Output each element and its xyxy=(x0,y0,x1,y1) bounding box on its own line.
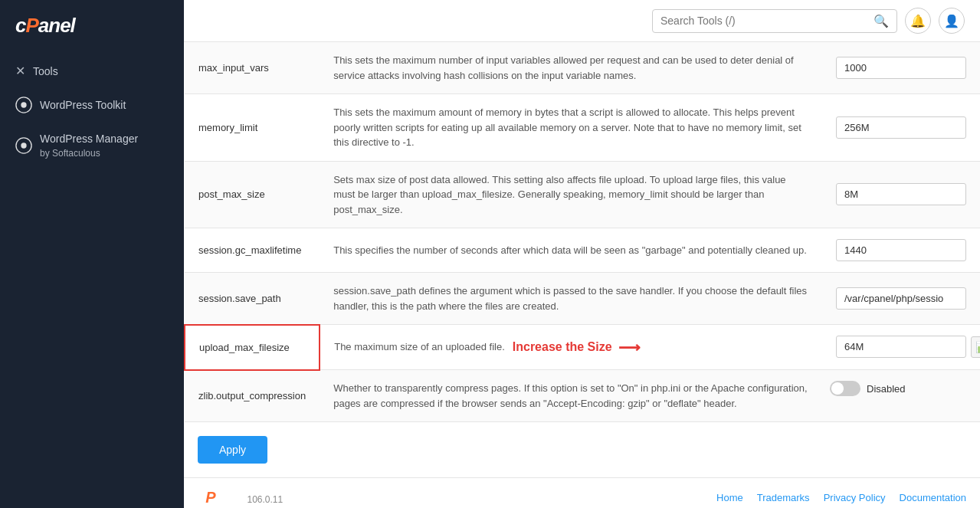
setting-desc-6: Whether to transparently compress pages.… xyxy=(320,370,822,422)
setting-desc-0: This sets the maximum number of input va… xyxy=(320,42,822,94)
setting-name-5: upload_max_filesize xyxy=(185,325,320,370)
input-4[interactable] xyxy=(836,287,966,310)
setting-desc-text-5: The maximum size of an uploaded file. xyxy=(334,339,505,355)
setting-name-0: max_input_vars xyxy=(185,42,320,94)
sidebar-item-tools-label: Tools xyxy=(33,65,58,77)
setting-value-6: Disabled xyxy=(822,370,972,407)
setting-value-3[interactable] xyxy=(822,228,980,273)
setting-name-4: session.save_path xyxy=(185,273,320,325)
footer-link-privacy-policy[interactable]: Privacy Policy xyxy=(824,492,886,503)
settings-content: max_input_varsThis sets the maximum numb… xyxy=(184,42,980,508)
wordpress-icon xyxy=(15,97,32,113)
setting-name-2: post_max_size xyxy=(185,161,320,228)
svg-point-3 xyxy=(21,143,26,149)
footer-version: 106.0.11 xyxy=(247,494,284,505)
sidebar-item-wordpress-toolkit[interactable]: WordPress Toolkit xyxy=(0,87,184,123)
input-5[interactable] xyxy=(836,336,966,358)
footer: cPanel 106.0.11 HomeTrademarksPrivacy Po… xyxy=(184,477,980,508)
setting-desc-4: session.save_path defines the argument w… xyxy=(320,273,822,325)
apply-button[interactable]: Apply xyxy=(198,436,267,464)
setting-value-0[interactable] xyxy=(822,42,980,94)
footer-link-documentation[interactable]: Documentation xyxy=(900,492,966,503)
search-input[interactable] xyxy=(660,15,869,27)
setting-value-2[interactable] xyxy=(822,161,980,228)
toggle-6[interactable] xyxy=(830,381,860,396)
setting-desc-5: The maximum size of an uploaded file.Inc… xyxy=(320,325,822,370)
search-button[interactable]: 🔍 xyxy=(873,14,889,28)
chart-icon-5[interactable]: 📊 xyxy=(971,336,980,358)
footer-cpanel-logo: cPanel xyxy=(198,489,243,506)
footer-logo: cPanel 106.0.11 xyxy=(198,489,283,506)
footer-link-home[interactable]: Home xyxy=(716,492,743,503)
setting-value-5[interactable]: 📊 xyxy=(822,325,972,369)
setting-name-3: session.gc_maxlifetime xyxy=(185,228,320,273)
footer-link-trademarks[interactable]: Trademarks xyxy=(757,492,810,503)
topbar: 🔍 🔔 👤 xyxy=(184,0,980,42)
footer-links: HomeTrademarksPrivacy PolicyDocumentatio… xyxy=(716,492,966,503)
sidebar-logo: cPanel xyxy=(0,0,184,54)
setting-desc-2: Sets max size of post data allowed. This… xyxy=(320,161,822,228)
apply-section: Apply xyxy=(184,422,980,477)
setting-name-6: zlib.output_compression xyxy=(185,370,320,422)
notifications-button[interactable]: 🔔 xyxy=(905,8,931,34)
input-2[interactable] xyxy=(836,183,966,205)
arrow-icon: ⟶ xyxy=(618,336,641,359)
input-3[interactable] xyxy=(836,239,966,261)
setting-value-4[interactable] xyxy=(822,273,980,325)
user-button[interactable]: 👤 xyxy=(939,8,965,34)
sidebar-item-tools[interactable]: ✕ Tools xyxy=(0,54,184,87)
wordpress-manager-icon xyxy=(15,137,32,154)
setting-name-1: memory_limit xyxy=(185,94,320,162)
sidebar-item-wpmanager-label: WordPress Managerby Softaculous xyxy=(40,132,138,160)
annotation-5: Increase the Size ⟶ xyxy=(513,336,641,359)
toggle-label-6: Disabled xyxy=(867,383,906,395)
setting-value-1[interactable] xyxy=(822,94,980,162)
cpanel-logo: cPanel xyxy=(15,14,169,38)
setting-desc-3: This specifies the number of seconds aft… xyxy=(320,228,822,273)
sidebar-item-wordpress-manager[interactable]: WordPress Managerby Softaculous xyxy=(0,123,184,169)
search-box: 🔍 xyxy=(652,9,897,33)
main-content: 🔍 🔔 👤 max_input_varsThis sets the maximu… xyxy=(184,0,980,508)
sidebar-item-wptoolkit-label: WordPress Toolkit xyxy=(40,98,126,112)
settings-table: max_input_varsThis sets the maximum numb… xyxy=(184,42,980,422)
svg-point-1 xyxy=(21,102,26,107)
input-0[interactable] xyxy=(836,57,966,79)
setting-desc-1: This sets the maximum amount of memory i… xyxy=(320,94,822,162)
toggle-wrap-6: Disabled xyxy=(830,381,906,396)
tools-icon: ✕ xyxy=(15,64,25,78)
input-1[interactable] xyxy=(836,116,966,139)
sidebar: cPanel ✕ Tools WordPress Toolkit WordPre… xyxy=(0,0,184,508)
